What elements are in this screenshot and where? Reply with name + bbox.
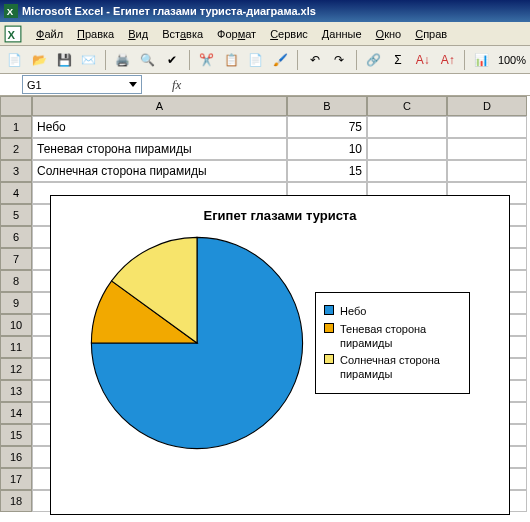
legend-color-box (324, 354, 334, 364)
toolbar: 📄 📂 💾 ✉️ 🖨️ 🔍 ✔ ✂️ 📋 📄 🖌️ ↶ ↷ 🔗 Σ A↓ A↑ … (0, 46, 530, 74)
legend-item: Теневая сторона пирамиды (324, 322, 461, 351)
row-header[interactable]: 14 (0, 402, 32, 424)
row-header[interactable]: 7 (0, 248, 32, 270)
cell-A2[interactable]: Теневая сторона пирамиды (32, 138, 287, 160)
chart-icon[interactable]: 📊 (471, 49, 492, 71)
format-painter-icon[interactable]: 🖌️ (270, 49, 291, 71)
redo-icon[interactable]: ↷ (329, 49, 350, 71)
cut-icon[interactable]: ✂️ (196, 49, 217, 71)
row-header[interactable]: 6 (0, 226, 32, 248)
cell-B2[interactable]: 10 (287, 138, 367, 160)
row-header[interactable]: 15 (0, 424, 32, 446)
cell-A3[interactable]: Солнечная сторона пирамиды (32, 160, 287, 182)
separator (356, 50, 357, 70)
row-header[interactable]: 18 (0, 490, 32, 512)
menu-insert[interactable]: Вставка (156, 26, 209, 42)
copy-icon[interactable]: 📋 (221, 49, 242, 71)
row-header[interactable]: 17 (0, 468, 32, 490)
spellcheck-icon[interactable]: ✔ (162, 49, 183, 71)
row-header[interactable]: 13 (0, 380, 32, 402)
select-all-corner[interactable] (0, 96, 32, 116)
menu-tools[interactable]: Сервис (264, 26, 314, 42)
cell-A1[interactable]: Небо (32, 116, 287, 138)
embedded-chart[interactable]: Египет глазами туриста НебоТеневая сторо… (50, 195, 510, 515)
svg-text:X: X (7, 6, 14, 17)
open-icon[interactable]: 📂 (29, 49, 50, 71)
cell-C3[interactable] (367, 160, 447, 182)
save-icon[interactable]: 💾 (54, 49, 75, 71)
excel-icon: X (4, 4, 18, 18)
mail-icon[interactable]: ✉️ (79, 49, 100, 71)
separator (105, 50, 106, 70)
link-icon[interactable]: 🔗 (363, 49, 384, 71)
menu-edit[interactable]: Правка (71, 26, 120, 42)
document-icon[interactable]: X (4, 25, 22, 43)
preview-icon[interactable]: 🔍 (137, 49, 158, 71)
name-box-value: G1 (27, 79, 42, 91)
sort-asc-icon[interactable]: A↓ (412, 49, 433, 71)
menu-data[interactable]: Данные (316, 26, 368, 42)
menu-format[interactable]: Формат (211, 26, 262, 42)
menu-window[interactable]: Окно (370, 26, 408, 42)
col-header-B[interactable]: B (287, 96, 367, 116)
paste-icon[interactable]: 📄 (245, 49, 266, 71)
separator (297, 50, 298, 70)
cell-D1[interactable] (447, 116, 527, 138)
title-bar: X Microsoft Excel - Египет глазами турис… (0, 0, 530, 22)
menu-bar: X Файл Правка Вид Вставка Формат Сервис … (0, 22, 530, 46)
fx-label[interactable]: fx (172, 77, 181, 93)
legend-color-box (324, 323, 334, 333)
legend-label: Солнечная сторона пирамиды (340, 353, 461, 382)
row-header[interactable]: 5 (0, 204, 32, 226)
row-header[interactable]: 9 (0, 292, 32, 314)
zoom-box[interactable]: 100% (496, 54, 526, 66)
pie-chart (87, 233, 307, 453)
col-header-D[interactable]: D (447, 96, 527, 116)
sort-desc-icon[interactable]: A↑ (437, 49, 458, 71)
row-header[interactable]: 12 (0, 358, 32, 380)
separator (464, 50, 465, 70)
row-header[interactable]: 16 (0, 446, 32, 468)
row-header[interactable]: 8 (0, 270, 32, 292)
print-icon[interactable]: 🖨️ (112, 49, 133, 71)
legend-label: Теневая сторона пирамиды (340, 322, 461, 351)
row-header[interactable]: 2 (0, 138, 32, 160)
chart-title: Египет глазами туриста (51, 208, 509, 223)
legend-item: Солнечная сторона пирамиды (324, 353, 461, 382)
undo-icon[interactable]: ↶ (304, 49, 325, 71)
legend-color-box (324, 305, 334, 315)
menu-view[interactable]: Вид (122, 26, 154, 42)
row-header[interactable]: 10 (0, 314, 32, 336)
spreadsheet-grid: A B C D (0, 96, 530, 116)
col-header-A[interactable]: A (32, 96, 287, 116)
separator (189, 50, 190, 70)
menu-file[interactable]: Файл (30, 26, 69, 42)
name-box[interactable]: G1 (22, 75, 142, 94)
row-header[interactable]: 1 (0, 116, 32, 138)
row-header[interactable]: 3 (0, 160, 32, 182)
autosum-icon[interactable]: Σ (388, 49, 409, 71)
chevron-down-icon[interactable] (129, 82, 137, 87)
cell-B3[interactable]: 15 (287, 160, 367, 182)
cell-B1[interactable]: 75 (287, 116, 367, 138)
formula-bar: G1 fx (0, 74, 530, 96)
window-title: Microsoft Excel - Египет глазами туриста… (22, 5, 316, 17)
row-header[interactable]: 4 (0, 182, 32, 204)
legend-label: Небо (340, 304, 366, 318)
cell-D3[interactable] (447, 160, 527, 182)
menu-help[interactable]: Справ (409, 26, 453, 42)
chart-legend: НебоТеневая сторона пирамидыСолнечная ст… (315, 292, 470, 393)
legend-item: Небо (324, 304, 461, 318)
new-icon[interactable]: 📄 (4, 49, 25, 71)
row-header[interactable]: 11 (0, 336, 32, 358)
cell-C2[interactable] (367, 138, 447, 160)
svg-text:X: X (7, 28, 15, 40)
col-header-C[interactable]: C (367, 96, 447, 116)
cell-D2[interactable] (447, 138, 527, 160)
cell-C1[interactable] (367, 116, 447, 138)
